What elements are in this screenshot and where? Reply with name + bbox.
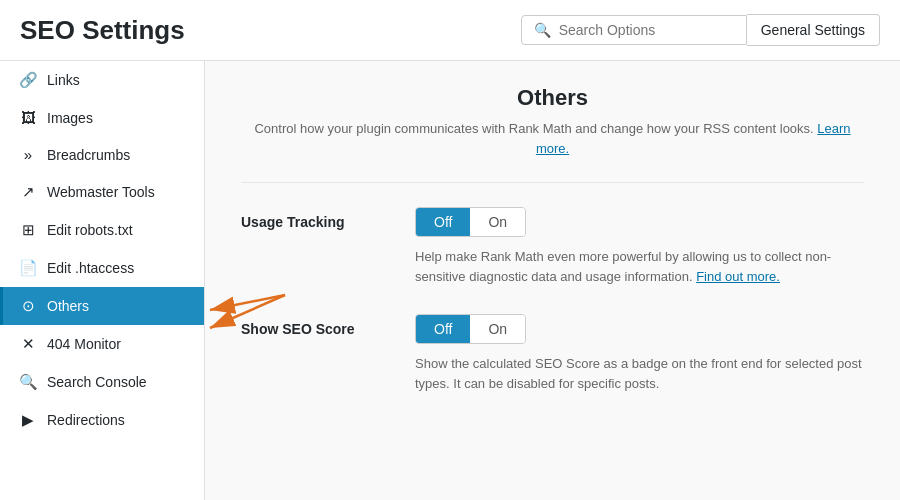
- sidebar-item-label-webmaster-tools: Webmaster Tools: [47, 184, 155, 200]
- toggle-group-show-seo-score: OffOn: [415, 314, 526, 344]
- redirections-icon: ▶: [19, 411, 37, 429]
- sidebar-item-label-edit-robots: Edit robots.txt: [47, 222, 133, 238]
- sidebar-item-label-images: Images: [47, 110, 93, 126]
- sidebar-item-label-others: Others: [47, 298, 89, 314]
- sidebar-item-label-edit-htaccess: Edit .htaccess: [47, 260, 134, 276]
- sidebar-item-label-links: Links: [47, 72, 80, 88]
- toggle-group-usage-tracking: OffOn: [415, 207, 526, 237]
- edit-htaccess-icon: 📄: [19, 259, 37, 277]
- sidebar-item-breadcrumbs[interactable]: »Breadcrumbs: [0, 136, 204, 173]
- header: SEO Settings 🔍 General Settings: [0, 0, 900, 61]
- links-icon: 🔗: [19, 71, 37, 89]
- sidebar-item-edit-robots[interactable]: ⊞Edit robots.txt: [0, 211, 204, 249]
- learn-more-link[interactable]: Learn more.: [536, 121, 851, 156]
- setting-row-show-seo-score: Show SEO ScoreOffOnShow the calculated S…: [241, 314, 864, 393]
- sidebar-item-links[interactable]: 🔗Links: [0, 61, 204, 99]
- sidebar-item-edit-htaccess[interactable]: 📄Edit .htaccess: [0, 249, 204, 287]
- setting-control-usage-tracking: OffOnHelp make Rank Math even more power…: [415, 207, 864, 286]
- search-input[interactable]: [559, 22, 734, 38]
- setting-label-show-seo-score: Show SEO Score: [241, 314, 391, 337]
- sidebar-item-404-monitor[interactable]: ✕404 Monitor: [0, 325, 204, 363]
- setting-row-usage-tracking: Usage TrackingOffOnHelp make Rank Math e…: [241, 207, 864, 286]
- sidebar-item-images[interactable]: 🖼Images: [0, 99, 204, 136]
- setting-desc-show-seo-score: Show the calculated SEO Score as a badge…: [415, 354, 864, 393]
- main-content: OthersControl how your plugin communicat…: [205, 61, 900, 500]
- setting-desc-usage-tracking: Help make Rank Math even more powerful b…: [415, 247, 864, 286]
- sidebar-item-label-redirections: Redirections: [47, 412, 125, 428]
- section-title: Others: [241, 85, 864, 111]
- sidebar-item-redirections[interactable]: ▶Redirections: [0, 401, 204, 439]
- toggle-on-usage-tracking[interactable]: On: [470, 208, 525, 236]
- setting-label-usage-tracking: Usage Tracking: [241, 207, 391, 230]
- header-right: 🔍 General Settings: [521, 14, 880, 46]
- search-console-icon: 🔍: [19, 373, 37, 391]
- webmaster-tools-icon: ↗: [19, 183, 37, 201]
- others-icon: ⊙: [19, 297, 37, 315]
- page-title: SEO Settings: [20, 15, 185, 46]
- layout: 🔗Links🖼Images»Breadcrumbs↗Webmaster Tool…: [0, 61, 900, 500]
- edit-robots-icon: ⊞: [19, 221, 37, 239]
- general-settings-button[interactable]: General Settings: [747, 14, 880, 46]
- images-icon: 🖼: [19, 109, 37, 126]
- toggle-off-show-seo-score[interactable]: Off: [416, 315, 470, 343]
- section-subtitle: Control how your plugin communicates wit…: [241, 119, 864, 158]
- setting-link-usage-tracking[interactable]: Find out more.: [696, 269, 780, 284]
- breadcrumbs-icon: »: [19, 146, 37, 163]
- section-divider: [241, 182, 864, 183]
- sidebar-item-search-console[interactable]: 🔍Search Console: [0, 363, 204, 401]
- toggle-off-usage-tracking[interactable]: Off: [416, 208, 470, 236]
- search-icon: 🔍: [534, 22, 551, 38]
- sidebar-item-label-search-console: Search Console: [47, 374, 147, 390]
- sidebar-item-label-404-monitor: 404 Monitor: [47, 336, 121, 352]
- toggle-on-show-seo-score[interactable]: On: [470, 315, 525, 343]
- search-box: 🔍: [521, 15, 747, 45]
- 404-monitor-icon: ✕: [19, 335, 37, 353]
- sidebar-item-label-breadcrumbs: Breadcrumbs: [47, 147, 130, 163]
- setting-control-show-seo-score: OffOnShow the calculated SEO Score as a …: [415, 314, 864, 393]
- sidebar-item-webmaster-tools[interactable]: ↗Webmaster Tools: [0, 173, 204, 211]
- sidebar: 🔗Links🖼Images»Breadcrumbs↗Webmaster Tool…: [0, 61, 205, 500]
- sidebar-item-others[interactable]: ⊙Others: [0, 287, 204, 325]
